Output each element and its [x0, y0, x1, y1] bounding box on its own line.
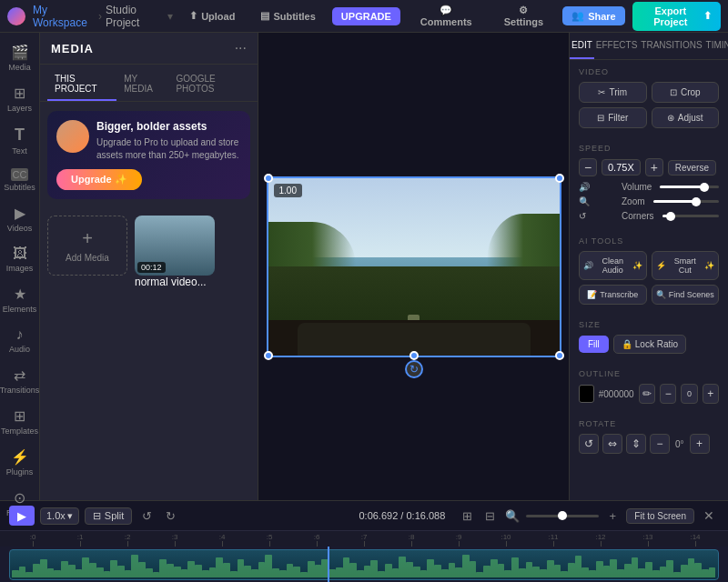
- timeline-clips[interactable]: // Generate waveform bars inline via JS …: [0, 547, 728, 582]
- media-panel: MEDIA ··· THIS PROJECT MY MEDIA GOOGLE P…: [40, 33, 258, 500]
- fill-button[interactable]: Fill: [579, 336, 609, 353]
- project-link[interactable]: Studio Project: [106, 4, 164, 29]
- ai-tools-section: AI TOOLS 🔊 Clean Audio ✨ ⚡ Smart Cut ✨ 📝…: [570, 229, 728, 313]
- outline-section: OUTLINE #000000 ✏ − 0 +: [570, 362, 728, 412]
- settings-button[interactable]: ⚙ Settings: [492, 1, 555, 31]
- clean-audio-button[interactable]: 🔊 Clean Audio ✨: [579, 251, 647, 280]
- magnify-icon[interactable]: 🔍: [503, 507, 521, 525]
- video-section-label: VIDEO: [579, 67, 719, 76]
- rotate-minus-icon[interactable]: −: [650, 434, 670, 454]
- smart-cut-button[interactable]: ⚡ Smart Cut ✨: [652, 251, 720, 280]
- add-plus-icon: +: [82, 228, 93, 249]
- reverse-button[interactable]: Reverse: [668, 160, 716, 176]
- volume-slider[interactable]: [660, 186, 719, 188]
- rotate-ccw-icon[interactable]: ↺: [579, 434, 599, 454]
- play-button[interactable]: ▶: [9, 506, 35, 526]
- outline-plus-icon[interactable]: +: [703, 384, 719, 404]
- upgrade-banner-button[interactable]: Upgrade ✨: [56, 169, 142, 190]
- crop-button[interactable]: ⊡ Crop: [652, 82, 720, 103]
- subtitles-icon: ▤: [260, 10, 269, 22]
- rotate-handle[interactable]: ↻: [405, 360, 423, 378]
- flip-v-icon[interactable]: ⇕: [626, 434, 646, 454]
- ai-tools-row1: 🔊 Clean Audio ✨ ⚡ Smart Cut ✨: [579, 251, 719, 280]
- zoom-slider[interactable]: [653, 200, 719, 203]
- undo-button[interactable]: ↺: [137, 507, 156, 525]
- filter-button[interactable]: ⊟ Filter: [579, 107, 647, 128]
- sidebar-item-layers[interactable]: ⊞ Layers: [2, 79, 38, 118]
- comments-button[interactable]: 💬 Comments: [408, 1, 485, 31]
- sidebar-item-plugins[interactable]: ⚡ Plugins: [2, 443, 38, 482]
- timeline-controls: ▶ 1.0x ▾ ⊟ Split ↺ ↻ 0:06.692 / 0:16.088…: [0, 501, 728, 531]
- zoom-icon: 🔍: [579, 196, 617, 206]
- transcribe-button[interactable]: 📝 Transcribe: [579, 285, 647, 305]
- video-section: VIDEO ✂ Trim ⊡ Crop ⊟ Filter ⊛ Adjust: [570, 60, 728, 136]
- speed-value: 0.75X: [602, 159, 641, 176]
- canvas-area[interactable]: 1.00 ↻: [258, 33, 569, 500]
- zoom-timeline-slider[interactable]: [526, 515, 599, 517]
- corners-slider[interactable]: [662, 215, 719, 217]
- ruler-marks: :0 :1 :2 :3 :4 :5 :6 :7 :8 :9 :10 :11 :1…: [9, 533, 719, 547]
- trim-button[interactable]: ✂ Trim: [579, 82, 647, 103]
- tab-effects[interactable]: EFFECTS: [594, 33, 640, 59]
- media-more-button[interactable]: ···: [235, 40, 247, 56]
- upload-button[interactable]: ⬆ Upload: [180, 6, 244, 25]
- corners-row: ↺ Corners: [579, 211, 719, 221]
- upgrade-button[interactable]: UPGRADE: [332, 7, 400, 25]
- add-media-button[interactable]: + Add Media: [47, 216, 127, 288]
- tab-edit[interactable]: EDIT: [570, 33, 594, 59]
- speed-increase-button[interactable]: +: [645, 158, 663, 176]
- redo-button[interactable]: ↻: [161, 507, 179, 525]
- ruler-14: :14: [672, 533, 719, 547]
- playhead[interactable]: [328, 547, 329, 582]
- speed-selector[interactable]: 1.0x ▾: [40, 507, 79, 525]
- workspace-link[interactable]: My Workspace: [33, 4, 95, 29]
- speed-decrease-button[interactable]: −: [579, 158, 597, 176]
- resize-handle-tr[interactable]: [555, 174, 564, 183]
- sidebar-item-text[interactable]: T Text: [2, 120, 38, 161]
- sidebar-item-templates[interactable]: ⊞ Templates: [2, 402, 38, 441]
- lock-ratio-button[interactable]: 🔒 Lock Ratio: [613, 335, 686, 354]
- resize-handle-br[interactable]: [555, 351, 564, 360]
- rotate-plus-icon[interactable]: +: [690, 434, 710, 454]
- split-button[interactable]: ⊟ Split: [85, 507, 132, 525]
- flip-h-icon[interactable]: ⇔: [602, 434, 622, 454]
- subtitles-sidebar-icon: CC: [11, 168, 29, 181]
- sidebar-item-images[interactable]: 🖼 Images: [2, 240, 38, 278]
- adjust-button[interactable]: ⊛ Adjust: [652, 107, 720, 128]
- sidebar-item-subtitles[interactable]: CC Subtitles: [2, 163, 38, 197]
- timeline-link-icon[interactable]: ⊞: [458, 507, 476, 525]
- timeline-split-icon[interactable]: ⊟: [480, 507, 499, 525]
- resize-handle-bc[interactable]: [410, 351, 419, 360]
- ruler-8: :8: [388, 533, 435, 547]
- ruler-11: :11: [530, 533, 577, 547]
- sidebar-item-elements[interactable]: ★ Elements: [2, 280, 38, 319]
- sidebar-item-videos[interactable]: ▶ Videos: [2, 199, 38, 238]
- resize-handle-tl[interactable]: [264, 174, 273, 183]
- tab-this-project[interactable]: THIS PROJECT: [47, 70, 116, 101]
- adjust-icon: ⊛: [667, 113, 674, 123]
- tab-transitions[interactable]: TRANSITIONS: [639, 33, 703, 59]
- timeline-close-button[interactable]: ✕: [699, 506, 719, 526]
- tab-my-media[interactable]: MY MEDIA: [116, 70, 168, 101]
- tab-timing[interactable]: TIMING: [704, 33, 728, 59]
- sidebar-item-audio[interactable]: ♪ Audio: [2, 321, 38, 359]
- outline-minus-icon[interactable]: −: [660, 384, 676, 404]
- sidebar-item-media[interactable]: 🎬 Media: [2, 38, 38, 77]
- share-button[interactable]: 👥 Share: [562, 6, 625, 25]
- video-clip[interactable]: // Generate waveform bars inline via JS …: [9, 549, 719, 580]
- media-panel-header: MEDIA ···: [40, 33, 258, 65]
- zoom-in-icon[interactable]: +: [603, 507, 622, 525]
- tab-google-photos[interactable]: GOOGLE PHOTOS: [168, 70, 250, 101]
- sidebar-item-transitions[interactable]: ⇄ Transitions: [2, 361, 38, 400]
- media-clip-1[interactable]: 00:12 normal video...: [135, 216, 215, 288]
- outline-edit-icon[interactable]: ✏: [639, 384, 655, 404]
- subtitles-button[interactable]: ▤ Subtitles: [251, 6, 324, 25]
- clip-duration: 00:12: [137, 262, 166, 273]
- export-button[interactable]: Export Project ⬆: [632, 2, 721, 31]
- outline-color-swatch[interactable]: [579, 385, 594, 403]
- clean-audio-icon: 🔊: [583, 261, 593, 270]
- video-preview: [268, 178, 560, 356]
- find-scenes-button[interactable]: 🔍 Find Scenes: [652, 285, 720, 305]
- resize-handle-bl[interactable]: [264, 351, 273, 360]
- fit-to-screen-button[interactable]: Fit to Screen: [626, 508, 694, 524]
